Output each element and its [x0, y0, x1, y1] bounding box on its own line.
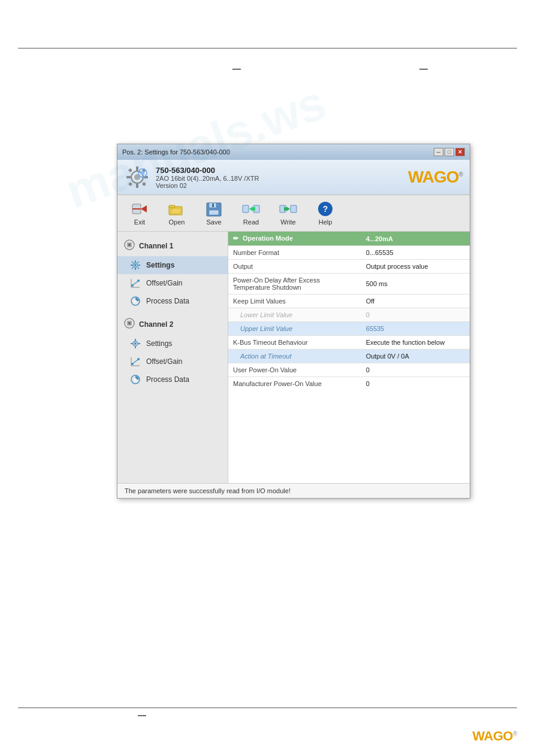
svg-point-45 [131, 284, 134, 287]
window-controls: ─ □ ✕ [434, 148, 465, 156]
header-left: 750-563/040-000 2AO 16bit 0(4)..20mA, 6.… [125, 165, 259, 190]
svg-rect-40 [132, 262, 134, 263]
bottom-wago-logo: WAGO® [472, 728, 517, 744]
read-label: Read [243, 218, 259, 226]
status-bar: The parameters were successfully read fr… [117, 483, 470, 498]
read-icon [241, 201, 261, 217]
bottom-logo-text: WAGO® [472, 728, 517, 744]
maximize-button[interactable]: □ [445, 148, 454, 156]
svg-point-50 [134, 300, 137, 302]
svg-rect-6 [128, 168, 132, 172]
ch2-offset-gain-label: Offset/Gain [146, 357, 182, 366]
table-row: Number Format 0...65535 [228, 246, 470, 260]
row-value: 0...65535 [361, 246, 470, 260]
exit-icon [130, 201, 149, 217]
row-label: ✏ Operation Mode [228, 232, 361, 246]
save-button[interactable]: Save [197, 198, 231, 229]
sidebar-item-ch1-settings[interactable]: Settings [117, 256, 228, 274]
settings-window: Pos. 2: Settings for 750-563/040-000 ─ □… [117, 144, 470, 499]
nav-sidebar: Channel 1 [117, 232, 228, 483]
close-button[interactable]: ✕ [455, 148, 465, 156]
svg-rect-57 [135, 347, 136, 348]
svg-rect-2 [136, 166, 138, 171]
process-data-icon-ch1 [129, 295, 141, 307]
row-label: Output [228, 260, 361, 274]
process-data-icon-ch2 [129, 374, 141, 385]
device-description: 2AO 16bit 0(4)..20mA, 6..18V /XTR [156, 175, 259, 182]
pencil-icon-op: ✏ [233, 235, 238, 242]
table-row: Lower Limit Value 0 [228, 308, 470, 322]
write-button[interactable]: Write [271, 198, 306, 229]
channel1-icon [123, 239, 135, 253]
device-version: Version 02 [156, 182, 259, 189]
help-button[interactable]: ? Help [308, 198, 343, 229]
ch2-offset-gain-icon [129, 356, 141, 368]
table-row: ✏ Operation Mode 4...20mA [228, 232, 470, 246]
svg-point-62 [137, 358, 140, 360]
table-row: Keep Limit Values Off [228, 294, 470, 308]
row-value: 0 [361, 308, 470, 322]
device-model: 750-563/040-000 [156, 166, 259, 175]
svg-text:?: ? [323, 204, 328, 214]
svg-point-35 [134, 264, 137, 266]
row-value: 0 [361, 377, 470, 391]
svg-rect-43 [138, 268, 140, 269]
table-row: Upper Limit Value 65535 [228, 322, 470, 336]
write-label: Write [280, 218, 295, 226]
svg-point-55 [134, 342, 137, 345]
offset-gain-icon [129, 277, 141, 289]
read-button[interactable]: Read [234, 198, 268, 229]
table-row: Manufacturer Power-On Value 0 [228, 377, 470, 391]
top-decorative-line [18, 48, 517, 48]
save-icon [204, 201, 223, 217]
sidebar-item-ch2-settings[interactable]: Settings [117, 335, 228, 353]
exit-label: Exit [134, 218, 145, 226]
toolbar: Exit Open Save [117, 195, 470, 232]
svg-rect-21 [243, 205, 249, 212]
write-icon [279, 201, 298, 217]
header-section: 750-563/040-000 2AO 16bit 0(4)..20mA, 6.… [117, 160, 470, 195]
exit-button[interactable]: Exit [122, 198, 157, 229]
ch1-settings-label: Settings [146, 261, 174, 269]
ch2-settings-icon [129, 338, 141, 350]
header-text: 750-563/040-000 2AO 16bit 0(4)..20mA, 6.… [156, 166, 259, 189]
sidebar-item-ch1-process-data[interactable]: Process Data [117, 292, 228, 310]
svg-rect-37 [135, 268, 136, 270]
sidebar-item-ch2-process-data[interactable]: Process Data [117, 371, 228, 388]
table-row: Action at Timeout Output 0V / 0A [228, 350, 470, 363]
main-content: Channel 1 [117, 232, 470, 483]
open-button[interactable]: Open [159, 198, 194, 229]
table-row: Output Output process value [228, 260, 470, 274]
row-value: 500 ms [361, 274, 470, 294]
settings-panel: ✏ Operation Mode 4...20mA Number Format … [228, 232, 470, 483]
sidebar-item-ch1-offset-gain[interactable]: Offset/Gain [117, 274, 228, 292]
svg-rect-16 [169, 205, 175, 208]
svg-rect-59 [138, 343, 140, 344]
dash-bottom: — [138, 711, 146, 720]
table-row: User Power-On Value 0 [228, 363, 470, 377]
svg-rect-20 [212, 204, 214, 207]
channel2-header: Channel 2 [117, 314, 228, 335]
save-label: Save [206, 218, 221, 226]
settings-icon [129, 259, 141, 271]
row-value: Output 0V / 0A [361, 350, 470, 363]
channel1-label: Channel 1 [139, 242, 173, 250]
svg-point-66 [134, 378, 137, 381]
channel2-label: Channel 2 [139, 320, 173, 329]
svg-rect-36 [135, 260, 136, 262]
row-label: Keep Limit Values [228, 294, 361, 308]
minimize-button[interactable]: ─ [434, 148, 443, 156]
svg-point-46 [137, 280, 140, 282]
svg-rect-58 [131, 343, 132, 344]
row-label: Lower Limit Value [228, 308, 361, 322]
device-icon [125, 165, 150, 190]
bottom-decorative-line [18, 708, 517, 708]
open-label: Open [169, 218, 185, 226]
open-icon [167, 201, 186, 217]
svg-point-11 [141, 171, 144, 175]
svg-point-61 [131, 363, 134, 365]
row-value: Output process value [361, 260, 470, 274]
ch2-process-data-label: Process Data [146, 375, 189, 384]
sidebar-item-ch2-offset-gain[interactable]: Offset/Gain [117, 353, 228, 371]
wago-logo: WAGO® [408, 168, 463, 187]
